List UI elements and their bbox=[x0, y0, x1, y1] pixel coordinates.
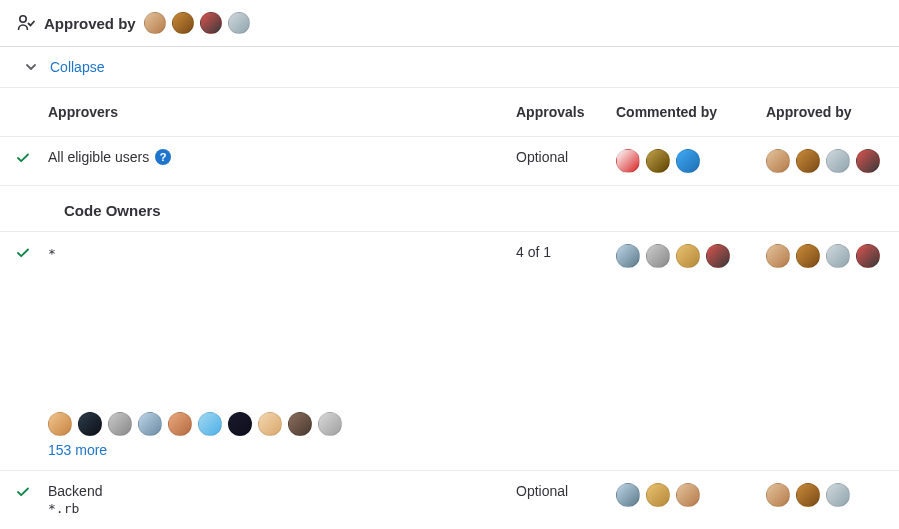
col-approved: Approved by bbox=[766, 104, 886, 120]
approval-header-avatars bbox=[144, 12, 250, 34]
commented-avatars bbox=[616, 244, 766, 268]
avatar[interactable] bbox=[258, 412, 282, 436]
avatar[interactable] bbox=[766, 244, 790, 268]
approved-avatars bbox=[766, 244, 886, 268]
avatar[interactable] bbox=[200, 12, 222, 34]
commented-avatars bbox=[616, 483, 766, 507]
commented-avatars bbox=[616, 149, 766, 173]
avatar[interactable] bbox=[616, 244, 640, 268]
avatar[interactable] bbox=[766, 483, 790, 507]
rule-name-label: Backend bbox=[48, 483, 102, 499]
avatar[interactable] bbox=[168, 412, 192, 436]
avatar[interactable] bbox=[616, 483, 640, 507]
avatar[interactable] bbox=[318, 412, 342, 436]
avatar[interactable] bbox=[676, 483, 700, 507]
avatar[interactable] bbox=[48, 412, 72, 436]
col-approvals: Approvals bbox=[516, 104, 616, 120]
approval-check-icon bbox=[16, 13, 36, 33]
avatar[interactable] bbox=[198, 412, 222, 436]
status-check-icon bbox=[16, 483, 48, 502]
avatar[interactable] bbox=[646, 149, 670, 173]
avatar[interactable] bbox=[826, 149, 850, 173]
chevron-down-icon[interactable] bbox=[24, 60, 38, 74]
avatar[interactable] bbox=[796, 244, 820, 268]
avatar[interactable] bbox=[676, 244, 700, 268]
avatar[interactable] bbox=[172, 12, 194, 34]
col-commented: Commented by bbox=[616, 104, 766, 120]
rule-name-label: All eligible users bbox=[48, 149, 149, 165]
avatar[interactable] bbox=[616, 149, 640, 173]
collapse-row: Collapse bbox=[0, 47, 899, 88]
help-icon[interactable]: ? bbox=[155, 149, 171, 165]
avatar[interactable] bbox=[288, 412, 312, 436]
svg-point-0 bbox=[20, 16, 26, 22]
approval-header: Approved by bbox=[0, 0, 899, 47]
avatar[interactable] bbox=[646, 483, 670, 507]
avatar[interactable] bbox=[144, 12, 166, 34]
approvals-cell: 4 of 1 bbox=[516, 244, 616, 260]
avatar[interactable] bbox=[228, 412, 252, 436]
avatar[interactable] bbox=[856, 149, 880, 173]
status-check-icon bbox=[16, 244, 48, 263]
avatar[interactable] bbox=[766, 149, 790, 173]
approved-avatars bbox=[766, 149, 886, 173]
code-owners-heading: Code Owners bbox=[0, 186, 899, 232]
approvers-avatars: 153 more bbox=[48, 412, 344, 458]
rule-path: *.rb bbox=[48, 499, 198, 519]
avatar[interactable] bbox=[706, 244, 730, 268]
collapse-link[interactable]: Collapse bbox=[50, 59, 104, 75]
approved-avatars bbox=[766, 483, 886, 507]
status-check-icon bbox=[16, 149, 48, 168]
avatar[interactable] bbox=[228, 12, 250, 34]
avatar[interactable] bbox=[138, 412, 162, 436]
avatar[interactable] bbox=[646, 244, 670, 268]
rule-row-star: * 153 more 4 of 1 bbox=[0, 232, 899, 471]
avatar[interactable] bbox=[676, 149, 700, 173]
avatar[interactable] bbox=[826, 244, 850, 268]
more-link[interactable]: 153 more bbox=[48, 442, 107, 458]
avatar[interactable] bbox=[78, 412, 102, 436]
rule-row-eligible: All eligible users ? Optional bbox=[0, 137, 899, 186]
avatar[interactable] bbox=[856, 244, 880, 268]
avatar[interactable] bbox=[796, 149, 820, 173]
col-approvers: Approvers bbox=[48, 104, 516, 120]
avatar[interactable] bbox=[796, 483, 820, 507]
approval-header-title: Approved by bbox=[44, 15, 136, 32]
approvals-cell: Optional bbox=[516, 149, 616, 165]
approvals-cell: Optional bbox=[516, 483, 616, 499]
rule-path: * bbox=[48, 244, 198, 264]
avatar[interactable] bbox=[826, 483, 850, 507]
avatar[interactable] bbox=[108, 412, 132, 436]
rule-row-backend: Backend *.rb 71 more Optional bbox=[0, 471, 899, 529]
approvers-table-head: Approvers Approvals Commented by Approve… bbox=[0, 88, 899, 137]
